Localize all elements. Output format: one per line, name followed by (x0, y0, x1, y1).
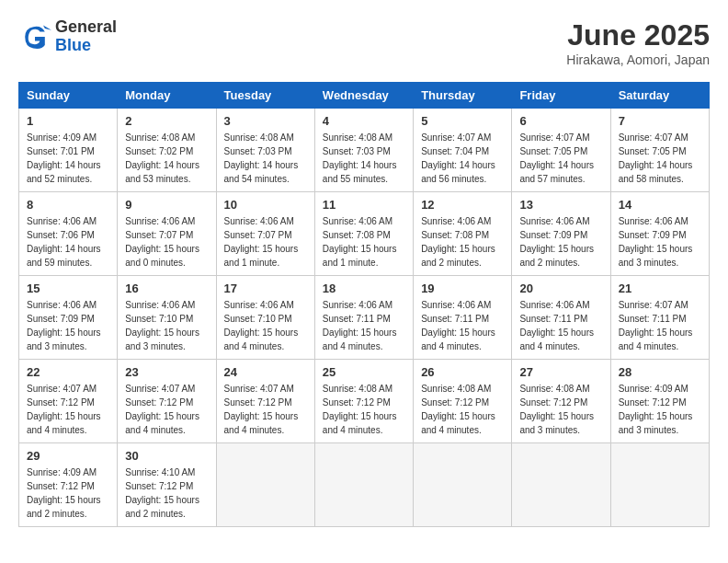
calendar-table: SundayMondayTuesdayWednesdayThursdayFrid… (18, 82, 710, 527)
day-number: 21 (619, 282, 701, 295)
logo-icon (18, 20, 51, 53)
calendar-cell: 5 Sunrise: 4:07 AMSunset: 7:04 PMDayligh… (414, 109, 512, 192)
calendar-cell: 12 Sunrise: 4:06 AMSunset: 7:08 PMDaylig… (414, 192, 512, 276)
day-info: Sunrise: 4:08 AMSunset: 7:12 PMDaylight:… (323, 382, 405, 437)
day-number: 14 (619, 198, 701, 212)
header-day-wednesday: Wednesday (314, 83, 413, 109)
month-title: June 2025 (566, 18, 710, 52)
calendar-cell: 4 Sunrise: 4:08 AMSunset: 7:03 PMDayligh… (314, 109, 413, 192)
calendar-cell (610, 443, 709, 527)
calendar-cell: 7 Sunrise: 4:07 AMSunset: 7:05 PMDayligh… (610, 109, 709, 192)
day-number: 11 (323, 198, 405, 212)
calendar-body: 1 Sunrise: 4:09 AMSunset: 7:01 PMDayligh… (19, 109, 710, 527)
day-info: Sunrise: 4:07 AMSunset: 7:04 PMDaylight:… (421, 131, 504, 186)
calendar-cell (216, 443, 314, 527)
day-info: Sunrise: 4:09 AMSunset: 7:01 PMDaylight:… (27, 131, 109, 186)
day-number: 18 (323, 282, 405, 295)
day-info: Sunrise: 4:06 AMSunset: 7:09 PMDaylight:… (519, 214, 602, 270)
calendar-week-2: 8 Sunrise: 4:06 AMSunset: 7:06 PMDayligh… (19, 192, 710, 276)
calendar-cell: 28 Sunrise: 4:09 AMSunset: 7:12 PMDaylig… (610, 360, 709, 443)
svg-marker-0 (43, 25, 51, 29)
calendar-cell: 27 Sunrise: 4:08 AMSunset: 7:12 PMDaylig… (512, 360, 610, 443)
calendar-cell: 24 Sunrise: 4:07 AMSunset: 7:12 PMDaylig… (216, 360, 314, 443)
day-number: 25 (323, 365, 405, 379)
day-info: Sunrise: 4:06 AMSunset: 7:11 PMDaylight:… (323, 298, 405, 353)
calendar-cell: 13 Sunrise: 4:06 AMSunset: 7:09 PMDaylig… (512, 192, 610, 276)
calendar-cell: 2 Sunrise: 4:08 AMSunset: 7:02 PMDayligh… (118, 109, 216, 192)
day-number: 13 (519, 198, 602, 212)
calendar-cell: 10 Sunrise: 4:06 AMSunset: 7:07 PMDaylig… (216, 192, 314, 276)
day-number: 24 (224, 365, 307, 379)
header-row: SundayMondayTuesdayWednesdayThursdayFrid… (19, 83, 710, 109)
header-day-tuesday: Tuesday (216, 83, 314, 109)
day-number: 10 (224, 198, 307, 212)
calendar-week-1: 1 Sunrise: 4:09 AMSunset: 7:01 PMDayligh… (19, 109, 710, 192)
day-info: Sunrise: 4:06 AMSunset: 7:11 PMDaylight:… (519, 298, 602, 353)
day-info: Sunrise: 4:07 AMSunset: 7:12 PMDaylight:… (224, 382, 307, 437)
calendar-cell: 22 Sunrise: 4:07 AMSunset: 7:12 PMDaylig… (19, 360, 118, 443)
title-area: June 2025 Hirakawa, Aomori, Japan (566, 18, 710, 67)
day-number: 4 (323, 114, 405, 128)
day-info: Sunrise: 4:08 AMSunset: 7:03 PMDaylight:… (224, 131, 307, 186)
location-subtitle: Hirakawa, Aomori, Japan (566, 52, 710, 67)
day-number: 22 (27, 365, 109, 379)
day-number: 17 (224, 282, 307, 295)
day-number: 3 (224, 114, 307, 128)
day-number: 7 (619, 114, 701, 128)
day-number: 2 (125, 114, 208, 128)
calendar-cell: 6 Sunrise: 4:07 AMSunset: 7:05 PMDayligh… (512, 109, 610, 192)
day-number: 23 (125, 365, 208, 379)
calendar-cell: 18 Sunrise: 4:06 AMSunset: 7:11 PMDaylig… (314, 276, 413, 360)
day-info: Sunrise: 4:06 AMSunset: 7:07 PMDaylight:… (224, 214, 307, 270)
calendar-cell: 30 Sunrise: 4:10 AMSunset: 7:12 PMDaylig… (118, 443, 216, 527)
header-day-thursday: Thursday (414, 83, 512, 109)
calendar-week-5: 29 Sunrise: 4:09 AMSunset: 7:12 PMDaylig… (19, 443, 710, 527)
day-number: 9 (125, 198, 208, 212)
day-info: Sunrise: 4:06 AMSunset: 7:08 PMDaylight:… (421, 214, 504, 270)
day-number: 8 (27, 198, 109, 212)
day-info: Sunrise: 4:07 AMSunset: 7:12 PMDaylight:… (125, 382, 208, 437)
calendar-cell: 15 Sunrise: 4:06 AMSunset: 7:09 PMDaylig… (19, 276, 118, 360)
day-info: Sunrise: 4:08 AMSunset: 7:12 PMDaylight:… (519, 382, 602, 437)
day-number: 30 (125, 449, 208, 463)
header-day-monday: Monday (118, 83, 216, 109)
day-info: Sunrise: 4:08 AMSunset: 7:12 PMDaylight:… (421, 382, 504, 437)
day-number: 16 (125, 282, 208, 295)
calendar-cell: 9 Sunrise: 4:06 AMSunset: 7:07 PMDayligh… (118, 192, 216, 276)
calendar-cell: 8 Sunrise: 4:06 AMSunset: 7:06 PMDayligh… (19, 192, 118, 276)
day-number: 29 (27, 449, 109, 463)
day-info: Sunrise: 4:06 AMSunset: 7:11 PMDaylight:… (421, 298, 504, 353)
calendar-header: SundayMondayTuesdayWednesdayThursdayFrid… (19, 83, 710, 109)
day-info: Sunrise: 4:06 AMSunset: 7:10 PMDaylight:… (125, 298, 208, 353)
day-number: 12 (421, 198, 504, 212)
header-day-friday: Friday (512, 83, 610, 109)
calendar-cell: 3 Sunrise: 4:08 AMSunset: 7:03 PMDayligh… (216, 109, 314, 192)
day-info: Sunrise: 4:07 AMSunset: 7:05 PMDaylight:… (519, 131, 602, 186)
calendar-cell: 26 Sunrise: 4:08 AMSunset: 7:12 PMDaylig… (414, 360, 512, 443)
day-number: 20 (519, 282, 602, 295)
logo-blue-text: Blue (55, 37, 117, 55)
day-info: Sunrise: 4:06 AMSunset: 7:07 PMDaylight:… (125, 214, 208, 270)
calendar-cell: 11 Sunrise: 4:06 AMSunset: 7:08 PMDaylig… (314, 192, 413, 276)
calendar-cell (414, 443, 512, 527)
calendar-cell: 1 Sunrise: 4:09 AMSunset: 7:01 PMDayligh… (19, 109, 118, 192)
day-info: Sunrise: 4:08 AMSunset: 7:02 PMDaylight:… (125, 131, 208, 186)
logo-general-text: General (55, 18, 117, 37)
day-number: 15 (27, 282, 109, 295)
day-info: Sunrise: 4:07 AMSunset: 7:11 PMDaylight:… (619, 298, 701, 353)
calendar-cell: 17 Sunrise: 4:06 AMSunset: 7:10 PMDaylig… (216, 276, 314, 360)
calendar-cell: 25 Sunrise: 4:08 AMSunset: 7:12 PMDaylig… (314, 360, 413, 443)
calendar-cell: 23 Sunrise: 4:07 AMSunset: 7:12 PMDaylig… (118, 360, 216, 443)
day-number: 28 (619, 365, 701, 379)
day-info: Sunrise: 4:07 AMSunset: 7:12 PMDaylight:… (27, 382, 109, 437)
day-info: Sunrise: 4:06 AMSunset: 7:06 PMDaylight:… (27, 214, 109, 270)
day-number: 6 (519, 114, 602, 128)
logo-text: General Blue (55, 18, 117, 55)
day-number: 26 (421, 365, 504, 379)
day-info: Sunrise: 4:09 AMSunset: 7:12 PMDaylight:… (619, 382, 701, 437)
calendar-cell: 16 Sunrise: 4:06 AMSunset: 7:10 PMDaylig… (118, 276, 216, 360)
calendar-cell (314, 443, 413, 527)
day-info: Sunrise: 4:06 AMSunset: 7:10 PMDaylight:… (224, 298, 307, 353)
calendar-week-3: 15 Sunrise: 4:06 AMSunset: 7:09 PMDaylig… (19, 276, 710, 360)
day-number: 5 (421, 114, 504, 128)
